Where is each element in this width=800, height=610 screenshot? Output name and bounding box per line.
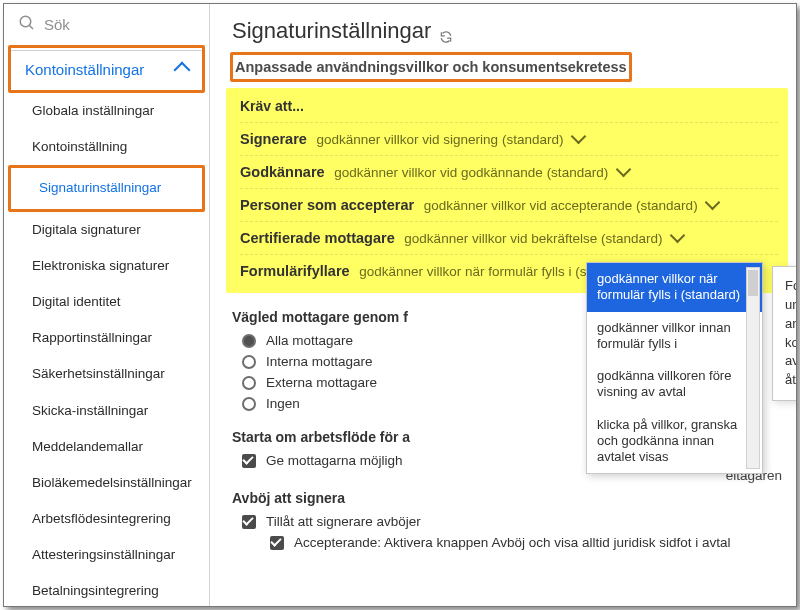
sidebar-item-label: Arbetsflödesintegrering bbox=[32, 511, 171, 526]
sidebar: Sök Kontoinställningar Globala inställni… bbox=[4, 4, 210, 606]
sidebar-item-label: Attesteringsinställningar bbox=[32, 547, 175, 562]
radio-icon bbox=[242, 397, 256, 411]
chevron-down-icon[interactable] bbox=[616, 162, 632, 178]
sidebar-item[interactable]: Skicka-inställningar bbox=[4, 393, 209, 429]
radio-label: Interna mottagare bbox=[266, 354, 373, 369]
svg-point-0 bbox=[20, 16, 31, 27]
sidebar-section-account-settings[interactable]: Kontoinställningar bbox=[11, 50, 202, 88]
sidebar-item[interactable]: Säkerhetsinställningar bbox=[4, 356, 209, 392]
terms-role: Signerare bbox=[240, 131, 307, 147]
terms-role: Formulärifyllare bbox=[240, 263, 350, 279]
radio-icon bbox=[242, 355, 256, 369]
sidebar-header-highlight: Kontoinställningar bbox=[8, 45, 205, 93]
radio-label: Alla mottagare bbox=[266, 333, 353, 348]
dropdown-popup: godkänner villkor när formulär fylls i (… bbox=[586, 262, 763, 474]
radio-icon bbox=[242, 334, 256, 348]
sidebar-item[interactable]: Digitala signaturer bbox=[4, 212, 209, 248]
sidebar-item-label: Elektroniska signaturer bbox=[32, 258, 169, 273]
sidebar-item-label: Digital identitet bbox=[32, 294, 121, 309]
terms-value: godkänner villkor vid accepterande (stan… bbox=[424, 198, 698, 213]
tooltip-text: Formulärifyllare godkänner underförstått… bbox=[785, 278, 796, 387]
sidebar-item[interactable]: Globala inställningar bbox=[4, 93, 209, 129]
sidebar-item-signature-settings[interactable]: Signaturinställningar bbox=[11, 170, 202, 206]
sidebar-item-label: Säkerhetsinställningar bbox=[32, 366, 165, 381]
sidebar-item-label: Globala inställningar bbox=[32, 103, 154, 118]
sidebar-item-label: Kontoinställning bbox=[32, 139, 127, 154]
dropdown-option-label: godkänner villkor innan formulär fylls i bbox=[597, 320, 731, 351]
checkbox-icon bbox=[242, 454, 256, 468]
search-placeholder: Sök bbox=[44, 16, 70, 33]
dropdown-option[interactable]: godkänna villkoren före visning av avtal bbox=[587, 360, 762, 409]
dropdown-option[interactable]: godkänner villkor innan formulär fylls i bbox=[587, 312, 762, 361]
sidebar-item-label: Rapportinställningar bbox=[32, 330, 152, 345]
terms-role: Godkännare bbox=[240, 164, 325, 180]
sidebar-item-label: Digitala signaturer bbox=[32, 222, 141, 237]
terms-value: godkänner villkor vid signering (standar… bbox=[317, 132, 564, 147]
terms-role: Personer som accepterar bbox=[240, 197, 414, 213]
page-title: Signaturinställningar bbox=[210, 4, 796, 52]
chevron-down-icon[interactable] bbox=[571, 129, 587, 145]
terms-row[interactable]: Certifierade mottagare godkänner villkor… bbox=[240, 221, 778, 254]
scrollbar-thumb[interactable] bbox=[748, 270, 758, 296]
sidebar-item[interactable]: Elektroniska signaturer bbox=[4, 248, 209, 284]
terms-row[interactable]: Personer som accepterar godkänner villko… bbox=[240, 188, 778, 221]
chevron-down-icon[interactable] bbox=[705, 195, 721, 211]
tooltip: Formulärifyllare godkänner underförstått… bbox=[772, 266, 796, 401]
terms-row[interactable]: Signerare godkänner villkor vid signerin… bbox=[240, 122, 778, 155]
sidebar-item[interactable]: Digital identitet bbox=[4, 284, 209, 320]
page-title-text: Signaturinställningar bbox=[232, 18, 431, 44]
sidebar-item[interactable]: Betalningsintegrering bbox=[4, 573, 209, 607]
decline-sub-checkbox[interactable]: Accepterande: Aktivera knappen Avböj och… bbox=[270, 535, 782, 550]
dropdown-option[interactable]: godkänner villkor när formulär fylls i (… bbox=[587, 263, 762, 312]
dropdown-option-label: godkänner villkor när formulär fylls i (… bbox=[597, 271, 740, 302]
main-content: Signaturinställningar Anpassade användni… bbox=[210, 4, 796, 606]
radio-label: Ingen bbox=[266, 396, 300, 411]
refresh-icon[interactable] bbox=[439, 24, 453, 38]
terms-row[interactable]: Godkännare godkänner villkor vid godkänn… bbox=[240, 155, 778, 188]
decline-allow-checkbox[interactable]: Tillåt att signerare avböjer bbox=[242, 514, 782, 529]
terms-heading: Anpassade användningsvillkor och konsume… bbox=[230, 52, 632, 82]
dropdown-option-label: godkänna villkoren före visning av avtal bbox=[597, 368, 731, 399]
sidebar-item[interactable]: Arbetsflödesintegrering bbox=[4, 501, 209, 537]
chevron-up-icon bbox=[174, 61, 191, 78]
sidebar-section-label: Kontoinställningar bbox=[25, 61, 144, 78]
sidebar-item-label: Meddelandemallar bbox=[32, 439, 143, 454]
search-input[interactable]: Sök bbox=[4, 4, 209, 45]
checkbox-icon bbox=[242, 515, 256, 529]
radio-label: Externa mottagare bbox=[266, 375, 377, 390]
search-icon bbox=[18, 14, 36, 35]
sidebar-item[interactable]: Meddelandemallar bbox=[4, 429, 209, 465]
sidebar-item[interactable]: Attesteringsinställningar bbox=[4, 537, 209, 573]
svg-line-1 bbox=[29, 25, 33, 29]
sidebar-item-label: Bioläkemedelsinställningar bbox=[32, 475, 192, 490]
checkbox-label: Ge mottagarna möjligh bbox=[266, 453, 403, 468]
checkbox-label: Accepterande: Aktivera knappen Avböj och… bbox=[294, 535, 731, 550]
sidebar-item-label: Signaturinställningar bbox=[39, 180, 161, 195]
scrollbar[interactable] bbox=[746, 267, 760, 469]
sidebar-item[interactable]: Rapportinställningar bbox=[4, 320, 209, 356]
terms-value: godkänner villkor vid bekräftelse (stand… bbox=[404, 231, 662, 246]
sidebar-item[interactable]: Kontoinställning bbox=[4, 129, 209, 165]
decline-section: Avböj att signera Tillåt att signerare a… bbox=[232, 490, 782, 550]
decline-heading: Avböj att signera bbox=[232, 490, 782, 506]
terms-value: godkänner villkor vid godkännande (stand… bbox=[334, 165, 608, 180]
sidebar-item-highlight: Signaturinställningar bbox=[8, 165, 205, 211]
dropdown-option-label: klicka på villkor, granska och godkänna … bbox=[597, 417, 737, 465]
sidebar-item-label: Betalningsintegrering bbox=[32, 583, 159, 598]
dropdown-option[interactable]: klicka på villkor, granska och godkänna … bbox=[587, 409, 762, 474]
terms-role: Certifierade mottagare bbox=[240, 230, 395, 246]
radio-icon bbox=[242, 376, 256, 390]
require-label: Kräv att... bbox=[240, 98, 304, 114]
checkbox-label: Tillåt att signerare avböjer bbox=[266, 514, 421, 529]
sidebar-item-label: Skicka-inställningar bbox=[32, 403, 148, 418]
sidebar-item[interactable]: Bioläkemedelsinställningar bbox=[4, 465, 209, 501]
checkbox-icon bbox=[270, 536, 284, 550]
chevron-down-icon[interactable] bbox=[670, 228, 686, 244]
